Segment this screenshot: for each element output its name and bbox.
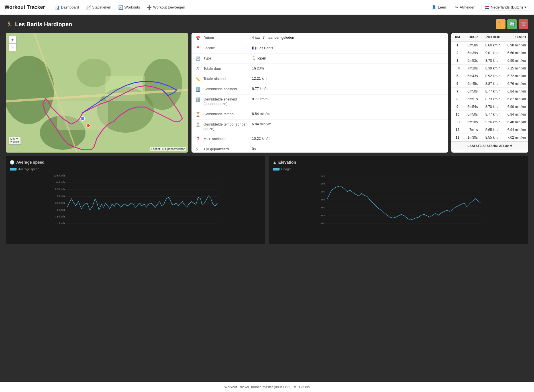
elevation-chart-legend: Hoogte bbox=[273, 167, 524, 171]
tempo-cell: 6.66 min/km bbox=[503, 49, 528, 57]
dashboard-icon: 📊 bbox=[55, 5, 60, 10]
duur-cell: 6m50s bbox=[464, 88, 480, 95]
stat-label: Max. snelheid bbox=[203, 137, 249, 141]
tempo-cell: 7.02 min/km bbox=[503, 134, 528, 142]
table-row: 6 6m45s 8.87 km/h 6.76 min/km bbox=[451, 80, 528, 88]
stat-value: 🇫🇷 Les Barils bbox=[252, 46, 273, 50]
stat-value: 8.77 km/h bbox=[252, 97, 268, 101]
edit-button[interactable]: ✏️ bbox=[496, 19, 506, 29]
km-cell: 10 bbox=[451, 111, 464, 118]
stat-icon: ⏱ bbox=[195, 67, 201, 71]
page-title: 🏃 Les Barils Hardlopen bbox=[6, 21, 72, 28]
elevation-legend-color bbox=[273, 168, 280, 171]
app-logo: Workout Tracker bbox=[5, 4, 45, 10]
header-right: 👤 Leen ↪ Afmelden 🇳🇱 Nederlands (Dutch) … bbox=[429, 4, 529, 11]
refresh-button[interactable]: 🔄 bbox=[507, 19, 517, 29]
snelheid-cell: 8.70 km/h bbox=[480, 57, 503, 65]
logout-button[interactable]: ↪ Afmelden bbox=[452, 4, 478, 11]
duur-cell: 6m28s bbox=[464, 118, 480, 126]
delete-button[interactable]: 🗑️ bbox=[519, 19, 528, 29]
stats-row: ⏳ Gemiddelde tempo (zonder pauze) 6.84 m… bbox=[191, 120, 448, 134]
km-cell: 6 bbox=[451, 80, 464, 88]
table-row: 3 6m53s 8.70 km/h 6.90 min/km bbox=[451, 57, 528, 65]
map-container[interactable]: + − 500 m 2000 ft Leaflet | © OpenStreet… bbox=[6, 33, 188, 153]
stat-icon: ℹ️ bbox=[195, 97, 201, 102]
stat-icon: 📏 bbox=[195, 77, 201, 81]
speed-chart-icon: 🕐 bbox=[10, 160, 15, 165]
snelheid-cell: 8.77 km/h bbox=[480, 88, 503, 95]
nav-dashboard[interactable]: 📊 Dashboard bbox=[52, 3, 82, 11]
tempo-cell: 6.87 min/km bbox=[503, 95, 528, 103]
duur-cell: 6m45s bbox=[464, 80, 480, 88]
snelheid-col-header: SNELHEID bbox=[480, 33, 503, 41]
top-row: + − 500 m 2000 ft Leaflet | © OpenStreet… bbox=[6, 33, 528, 153]
svg-text:8 km/h: 8 km/h bbox=[57, 208, 65, 211]
stat-icon: 🔄 bbox=[195, 56, 201, 61]
svg-text:185: 185 bbox=[321, 214, 325, 217]
km-cell: 13 bbox=[451, 134, 464, 142]
svg-text:7,5 km/h: 7,5 km/h bbox=[55, 215, 65, 218]
stat-value: 10.22 km/h bbox=[252, 137, 270, 141]
svg-text:9,5 km/h: 9,5 km/h bbox=[55, 188, 65, 191]
stats-row: ✕ Tijd gepauzeerd 0s bbox=[191, 144, 448, 153]
table-row: 7 6m50s 8.77 km/h 6.84 min/km bbox=[451, 88, 528, 95]
stat-label: Gemiddelde snelheid (zonder pauze) bbox=[203, 97, 249, 106]
snelheid-cell: 8.73 km/h bbox=[480, 95, 503, 103]
stat-label: Gemiddelde tempo (zonder pauze) bbox=[203, 122, 249, 132]
stat-icon: ❓ bbox=[195, 137, 201, 141]
up-arrow-icon: ↑ bbox=[454, 120, 456, 124]
elevation-chart-svg: 210 205 200 195 190 185 180 bbox=[273, 173, 524, 230]
snelheid-cell: 9.26 km/h bbox=[480, 118, 503, 126]
stat-label: Tijd gepauzeerd bbox=[203, 147, 249, 151]
stats-row: ⏳ Gemiddelde tempo 6.84 min/km bbox=[191, 109, 448, 120]
map-svg bbox=[6, 33, 188, 153]
main-nav: 📊 Dashboard 📈 Statistieken 🔄 Workouts ➕ … bbox=[52, 3, 427, 11]
svg-rect-8 bbox=[57, 101, 108, 130]
table-row: ↑ 11 6m28s 9.26 km/h 6.48 min/km bbox=[451, 118, 528, 126]
stat-label: Totale duur bbox=[203, 66, 249, 71]
nav-statistics[interactable]: 📈 Statistieken bbox=[83, 3, 114, 11]
table-row: ↓ 4 7m10s 8.39 km/h 7.15 min/km bbox=[451, 65, 528, 72]
tempo-cell: 6.84 min/km bbox=[503, 88, 528, 95]
zoom-out-button[interactable]: − bbox=[9, 44, 16, 51]
km-cell: 2 bbox=[451, 49, 464, 57]
user-icon: 👤 bbox=[432, 5, 436, 9]
map[interactable]: + − 500 m 2000 ft Leaflet | © OpenStreet… bbox=[6, 33, 188, 153]
stats-row: ⏱ Totale duur 1h 23m bbox=[191, 64, 448, 74]
tempo-cell: 6.84 min/km bbox=[503, 111, 528, 118]
snelheid-cell: 8.39 km/h bbox=[480, 65, 503, 72]
nav-workouts[interactable]: 🔄 Workouts bbox=[115, 3, 143, 11]
stat-icon: ⏳ bbox=[195, 122, 201, 127]
tempo-cell: 6.48 min/km bbox=[503, 118, 528, 126]
user-button[interactable]: 👤 Leen bbox=[429, 4, 449, 11]
svg-point-11 bbox=[87, 124, 90, 127]
duur-cell: 6m43s bbox=[464, 72, 480, 80]
language-selector[interactable]: 🇳🇱 Nederlands (Dutch) ▾ bbox=[482, 4, 529, 11]
km-cell: ↑ 11 bbox=[451, 118, 464, 126]
svg-text:10 km/h: 10 km/h bbox=[56, 181, 65, 184]
map-zoom-controls: + − bbox=[9, 36, 17, 51]
duur-cell: 6m58s bbox=[464, 41, 480, 49]
nav-add-workout[interactable]: ➕ Workout toevoegen bbox=[144, 3, 188, 11]
stat-value: 6.84 min/km bbox=[252, 122, 271, 126]
snelheid-cell: 8.65 km/h bbox=[480, 126, 503, 134]
table-row: 12 7m1s 8.65 km/h 6.94 min/km bbox=[451, 126, 528, 134]
snelheid-cell: 8.87 km/h bbox=[480, 80, 503, 88]
snelheid-cell: 8.70 km/h bbox=[480, 103, 503, 111]
svg-point-4 bbox=[142, 59, 182, 110]
table-row: 2 6m39s 9.01 km/h 6.66 min/km bbox=[451, 49, 528, 57]
stats-row: 📍 Locatie 🇫🇷 Les Barils bbox=[191, 43, 448, 54]
github-link[interactable]: GitHub bbox=[299, 385, 309, 389]
tempo-cell: 6.90 min/km bbox=[503, 103, 528, 111]
snelheid-cell: 9.01 km/h bbox=[480, 49, 503, 57]
stat-label: Type bbox=[203, 56, 249, 61]
map-scale: 500 m 2000 ft bbox=[9, 137, 21, 145]
km-table-footer: LAATSTE AFSTAND: 213.80 M bbox=[451, 141, 528, 150]
stat-value: 🚶 lopen bbox=[252, 56, 266, 60]
logout-icon: ↪ bbox=[455, 5, 458, 9]
stat-label: Totale afstand bbox=[203, 77, 249, 81]
svg-text:200: 200 bbox=[321, 190, 325, 193]
header: Workout Tracker 📊 Dashboard 📈 Statistiek… bbox=[0, 0, 534, 15]
svg-text:195: 195 bbox=[321, 198, 325, 201]
zoom-in-button[interactable]: + bbox=[9, 36, 16, 44]
